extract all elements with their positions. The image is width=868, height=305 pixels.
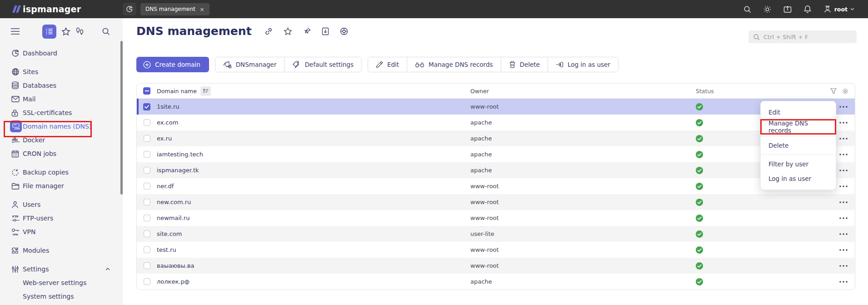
row-checkbox[interactable] [144, 183, 150, 190]
row-kebab-menu-icon[interactable] [839, 138, 848, 140]
row-kebab-menu-icon[interactable] [839, 249, 848, 251]
main-content: DNS management [123, 18, 868, 305]
sidebar-item-sites[interactable]: Sites [0, 65, 123, 79]
favorite-star-icon[interactable] [284, 27, 292, 35]
row-checkbox[interactable] [144, 167, 150, 174]
row-checkbox[interactable] [144, 215, 150, 221]
table-row[interactable]: ваыаювы.ва www-root [137, 258, 855, 274]
table-row[interactable]: лолкек.рф apache [137, 274, 855, 290]
row-checkbox[interactable] [144, 230, 150, 237]
delete-button[interactable]: Delete [501, 57, 548, 72]
row-kebab-menu-icon[interactable] [839, 281, 848, 283]
row-kebab-menu-icon[interactable] [839, 265, 848, 267]
sidebar-item-users[interactable]: Users [0, 198, 123, 211]
table-row[interactable]: ner.df www-root [137, 178, 855, 194]
select-all-checkbox[interactable] [143, 87, 150, 95]
table-row[interactable]: ispmanager.tk apache [137, 162, 855, 178]
sidebar-item-label: Users [23, 201, 40, 208]
table-row[interactable]: 1site.ru www-root [137, 99, 855, 115]
menu-list-view-icon[interactable] [42, 25, 56, 39]
table-row[interactable]: iamtesting.tech apache [137, 146, 855, 162]
footprints-history-icon[interactable] [75, 27, 84, 36]
sidebar-item-domain-names-dns[interactable]: .COM Domain names (DNS) [0, 120, 123, 133]
row-checkbox[interactable] [144, 262, 150, 269]
context-menu-item-edit[interactable]: Edit [761, 105, 836, 120]
row-kebab-menu-icon[interactable] [839, 201, 848, 203]
user-menu[interactable]: root [823, 5, 854, 13]
chevron-up-icon[interactable] [105, 268, 110, 270]
sidebar-search-icon[interactable] [102, 27, 110, 35]
sidebar-item-cron-jobs[interactable]: CRON jobs [0, 147, 123, 160]
sidebar-item-settings[interactable]: Settings [0, 262, 123, 276]
row-kebab-menu-icon[interactable] [839, 217, 848, 219]
login-door-icon [556, 61, 564, 68]
table-settings-gear-icon[interactable] [842, 88, 848, 95]
table-row[interactable]: new.com.ru www-root [137, 194, 855, 210]
log-in-as-user-button[interactable]: Log in as user [548, 57, 618, 72]
row-checkbox[interactable] [143, 103, 150, 110]
table-row[interactable]: ex.com apache [137, 115, 855, 130]
tag-icon [292, 61, 300, 69]
export-share-icon[interactable] [783, 5, 792, 13]
favorites-star-icon[interactable] [61, 27, 70, 36]
sidebar-item-label: FTP-users [23, 215, 53, 222]
sidebar-item-databases[interactable]: Databases [0, 79, 123, 92]
row-checkbox[interactable] [144, 151, 150, 158]
row-checkbox[interactable] [144, 246, 150, 253]
sidebar-item-mail[interactable]: Mail [0, 92, 123, 106]
filter-funnel-icon[interactable] [830, 88, 837, 94]
context-menu-item-filter-by-user[interactable]: Filter by user [761, 157, 836, 171]
sidebar-item-ssl-certificates[interactable]: SSL-certificates [0, 106, 123, 120]
dashboard-tab-button[interactable] [123, 3, 136, 15]
edit-button[interactable]: Edit [368, 57, 407, 72]
tab-close-icon[interactable]: × [200, 6, 205, 13]
page-search[interactable] [748, 30, 857, 43]
row-kebab-menu-icon[interactable] [839, 170, 848, 171]
table-row[interactable]: ex.ru apache [137, 130, 855, 146]
row-kebab-menu-icon[interactable] [839, 154, 848, 155]
open-tab-dns-management[interactable]: DNS management × [140, 3, 210, 15]
sidebar-item-vpn[interactable]: VPN VPN [0, 225, 123, 239]
row-checkbox[interactable] [144, 278, 150, 285]
sidebar-item-web-server-settings[interactable]: Web-server settings [0, 276, 123, 290]
sidebar-item-file-manager[interactable]: File manager [0, 179, 123, 193]
help-lifebuoy-icon[interactable] [340, 27, 348, 35]
hamburger-menu-icon[interactable] [11, 28, 20, 35]
row-checkbox[interactable] [144, 199, 150, 205]
theme-toggle-icon[interactable] [763, 5, 771, 13]
sidebar-item-ftp-users[interactable]: FTP FTP-users [0, 211, 123, 225]
sidebar-item-backup-copies[interactable]: Backup copies [0, 165, 123, 179]
dnsmanager-button[interactable]: DNSmanager [215, 57, 284, 72]
global-search-icon[interactable] [743, 5, 751, 13]
status-ok-icon [696, 278, 703, 285]
table-row[interactable]: newmail.ru www-root [137, 210, 855, 226]
row-kebab-menu-icon[interactable] [839, 122, 848, 124]
sidebar-item-system-settings[interactable]: System settings [0, 290, 123, 303]
row-kebab-menu-icon[interactable] [839, 233, 848, 235]
search-input[interactable] [763, 34, 852, 40]
row-checkbox[interactable] [144, 119, 150, 126]
context-menu-item-manage-dns-records[interactable]: Manage DNS records [761, 120, 836, 134]
app-logo[interactable]: ispmanager [0, 4, 123, 14]
context-menu-item-log-in-as-user[interactable]: Log in as user [761, 171, 836, 186]
manage-dns-records-button[interactable]: Manage DNS records [407, 57, 500, 72]
sort-ascending-icon[interactable] [200, 86, 211, 96]
sidebar-item-label: Backup copies [23, 169, 69, 176]
row-checkbox[interactable] [144, 135, 150, 142]
row-kebab-menu-icon[interactable] [839, 185, 848, 187]
context-menu-item-delete[interactable]: Delete [761, 138, 836, 153]
copy-link-icon[interactable] [264, 27, 273, 35]
sidebar-item-docker[interactable]: Docker [0, 133, 123, 147]
default-settings-button[interactable]: Default settings [284, 57, 361, 72]
create-domain-button[interactable]: Create domain [136, 57, 209, 72]
pin-icon[interactable] [303, 27, 311, 35]
owner-cell: www-root [470, 262, 693, 269]
table-row[interactable]: site.com user-lite [137, 226, 855, 242]
row-kebab-menu-icon[interactable] [839, 106, 848, 108]
export-report-icon[interactable] [322, 27, 329, 35]
table-row[interactable]: test.ru www-root [137, 242, 855, 258]
sidebar-item-dashboard[interactable]: Dashboard [0, 46, 123, 60]
globe-icon [11, 68, 23, 76]
notifications-bell-icon[interactable] [804, 5, 811, 13]
sidebar-item-modules[interactable]: Modules [0, 244, 123, 257]
